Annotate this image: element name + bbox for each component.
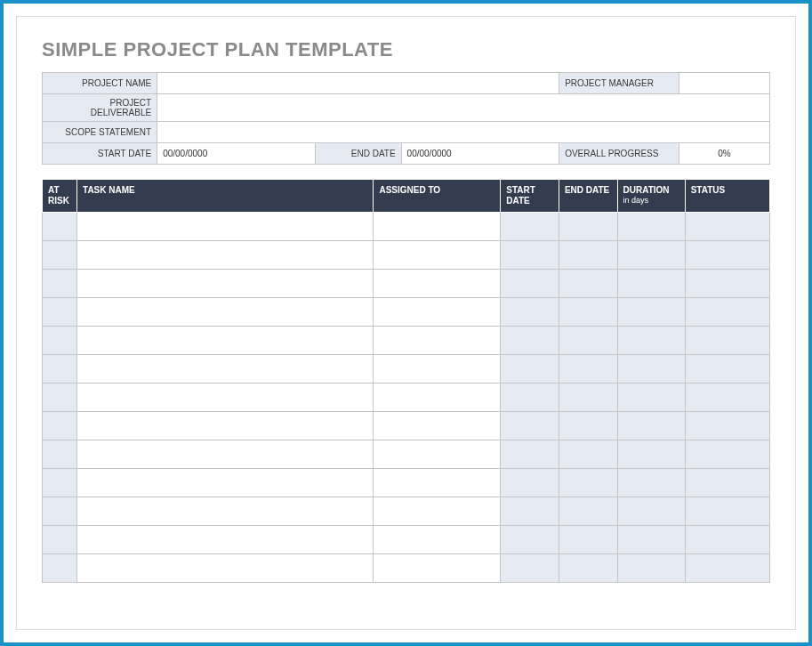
value-scope-statement[interactable] — [157, 122, 770, 143]
cell-end-date[interactable] — [559, 213, 617, 241]
cell-end-date[interactable] — [559, 327, 617, 355]
cell-at-risk[interactable] — [43, 469, 77, 497]
cell-task-name[interactable] — [77, 497, 374, 526]
cell-assigned-to[interactable] — [374, 469, 501, 497]
cell-duration[interactable] — [617, 355, 685, 384]
cell-start-date[interactable] — [501, 412, 559, 440]
cell-task-name[interactable] — [77, 412, 374, 440]
value-project-deliverable[interactable] — [157, 94, 770, 122]
cell-assigned-to[interactable] — [374, 526, 501, 554]
cell-end-date[interactable] — [559, 355, 617, 384]
cell-assigned-to[interactable] — [374, 298, 501, 327]
cell-status[interactable] — [685, 355, 769, 384]
cell-status[interactable] — [685, 526, 769, 554]
cell-end-date[interactable] — [559, 440, 617, 469]
cell-start-date[interactable] — [501, 440, 559, 469]
cell-start-date[interactable] — [501, 497, 559, 526]
cell-start-date[interactable] — [501, 469, 559, 497]
cell-at-risk[interactable] — [43, 497, 77, 526]
document-page: SIMPLE PROJECT PLAN TEMPLATE PROJECT NAM… — [16, 16, 796, 630]
cell-task-name[interactable] — [77, 526, 374, 554]
cell-assigned-to[interactable] — [374, 554, 501, 583]
cell-end-date[interactable] — [559, 554, 617, 583]
cell-assigned-to[interactable] — [374, 241, 501, 270]
value-start-date[interactable]: 00/00/0000 — [157, 143, 316, 165]
cell-at-risk[interactable] — [43, 384, 77, 412]
cell-at-risk[interactable] — [43, 241, 77, 270]
value-project-manager[interactable] — [679, 73, 769, 94]
cell-task-name[interactable] — [77, 469, 374, 497]
task-row — [43, 355, 770, 384]
cell-task-name[interactable] — [77, 440, 374, 469]
cell-task-name[interactable] — [77, 241, 374, 270]
cell-status[interactable] — [685, 554, 769, 583]
cell-assigned-to[interactable] — [374, 412, 501, 440]
cell-assigned-to[interactable] — [374, 327, 501, 355]
cell-start-date[interactable] — [501, 554, 559, 583]
cell-status[interactable] — [685, 497, 769, 526]
cell-status[interactable] — [685, 298, 769, 327]
cell-at-risk[interactable] — [43, 355, 77, 384]
cell-task-name[interactable] — [77, 554, 374, 583]
cell-duration[interactable] — [617, 526, 685, 554]
cell-end-date[interactable] — [559, 384, 617, 412]
cell-duration[interactable] — [617, 298, 685, 327]
cell-task-name[interactable] — [77, 355, 374, 384]
cell-start-date[interactable] — [501, 298, 559, 327]
cell-assigned-to[interactable] — [374, 355, 501, 384]
cell-at-risk[interactable] — [43, 298, 77, 327]
cell-duration[interactable] — [617, 554, 685, 583]
cell-at-risk[interactable] — [43, 213, 77, 241]
cell-at-risk[interactable] — [43, 440, 77, 469]
cell-duration[interactable] — [617, 469, 685, 497]
cell-end-date[interactable] — [559, 270, 617, 298]
cell-end-date[interactable] — [559, 497, 617, 526]
cell-duration[interactable] — [617, 412, 685, 440]
cell-status[interactable] — [685, 213, 769, 241]
cell-task-name[interactable] — [77, 213, 374, 241]
cell-end-date[interactable] — [559, 241, 617, 270]
cell-end-date[interactable] — [559, 412, 617, 440]
cell-start-date[interactable] — [501, 526, 559, 554]
cell-assigned-to[interactable] — [374, 384, 501, 412]
cell-at-risk[interactable] — [43, 412, 77, 440]
cell-end-date[interactable] — [559, 469, 617, 497]
cell-task-name[interactable] — [77, 384, 374, 412]
cell-task-name[interactable] — [77, 327, 374, 355]
cell-start-date[interactable] — [501, 241, 559, 270]
cell-duration[interactable] — [617, 213, 685, 241]
cell-start-date[interactable] — [501, 384, 559, 412]
cell-duration[interactable] — [617, 241, 685, 270]
value-overall-progress[interactable]: 0% — [679, 143, 769, 165]
cell-status[interactable] — [685, 440, 769, 469]
cell-at-risk[interactable] — [43, 526, 77, 554]
cell-start-date[interactable] — [501, 327, 559, 355]
cell-task-name[interactable] — [77, 298, 374, 327]
cell-status[interactable] — [685, 384, 769, 412]
cell-at-risk[interactable] — [43, 270, 77, 298]
cell-assigned-to[interactable] — [374, 440, 501, 469]
cell-end-date[interactable] — [559, 526, 617, 554]
cell-at-risk[interactable] — [43, 554, 77, 583]
cell-assigned-to[interactable] — [374, 497, 501, 526]
cell-duration[interactable] — [617, 440, 685, 469]
value-end-date[interactable]: 00/00/0000 — [401, 143, 559, 165]
cell-duration[interactable] — [617, 497, 685, 526]
cell-status[interactable] — [685, 412, 769, 440]
cell-status[interactable] — [685, 241, 769, 270]
cell-duration[interactable] — [617, 327, 685, 355]
cell-end-date[interactable] — [559, 298, 617, 327]
cell-status[interactable] — [685, 270, 769, 298]
cell-status[interactable] — [685, 327, 769, 355]
cell-assigned-to[interactable] — [374, 213, 501, 241]
value-project-name[interactable] — [157, 73, 559, 94]
cell-start-date[interactable] — [501, 270, 559, 298]
cell-start-date[interactable] — [501, 355, 559, 384]
cell-assigned-to[interactable] — [374, 270, 501, 298]
cell-status[interactable] — [685, 469, 769, 497]
cell-start-date[interactable] — [501, 213, 559, 241]
cell-task-name[interactable] — [77, 270, 374, 298]
cell-duration[interactable] — [617, 384, 685, 412]
cell-duration[interactable] — [617, 270, 685, 298]
cell-at-risk[interactable] — [43, 327, 77, 355]
